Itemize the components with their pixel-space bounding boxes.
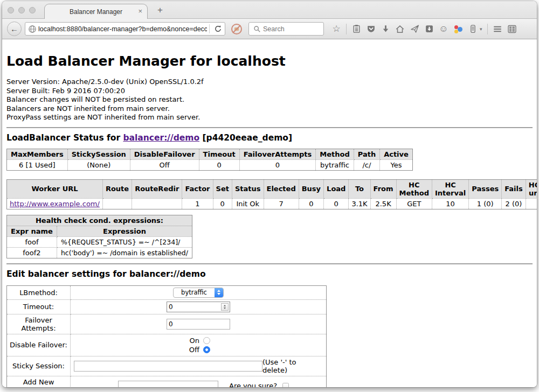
toolbar-divider <box>346 24 347 34</box>
search-bar[interactable] <box>248 22 324 36</box>
site-identity-globe-icon[interactable] <box>27 24 37 34</box>
tab-title: Balancer Manager <box>70 8 122 16</box>
server-version-line: Server Version: Apache/2.5.0-dev (Unix) … <box>6 78 533 87</box>
cell: 2 (0) <box>502 198 526 209</box>
balancer-demo-link[interactable]: balancer://demo <box>123 133 199 143</box>
sticky-session-input[interactable] <box>74 361 262 372</box>
are-you-sure-checkbox[interactable] <box>282 383 289 387</box>
container-battery-icon[interactable] <box>468 24 478 34</box>
cell: 0 <box>324 198 349 209</box>
send-plane-icon[interactable] <box>410 24 419 34</box>
browser-tab[interactable]: Balancer Manager × <box>44 4 148 19</box>
bookmark-star-icon[interactable]: ☆ <box>331 24 341 34</box>
section-divider <box>6 263 533 264</box>
pocket-icon[interactable] <box>366 24 376 34</box>
col-header: Fails <box>502 179 526 198</box>
col-header: Expression <box>57 226 192 236</box>
form-row-sticky-session: Sticky Session: (Use '-' to delete) <box>7 356 327 376</box>
lbmethod-label: LBmethod: <box>7 285 71 299</box>
balancer-settings-form: LBmethod: bytraffic Timeout: <box>6 285 327 387</box>
navigation-toolbar: ← ☆ <box>2 19 537 39</box>
notice-line: Balancer changes will NOT be persisted o… <box>6 95 533 104</box>
cell: 0 <box>239 159 316 170</box>
menu-hamburger-icon[interactable] <box>493 24 502 34</box>
col-header: To <box>349 179 370 198</box>
worker-url-link[interactable]: http://www.example.com/ <box>10 200 100 208</box>
form-row-failover-attempts: Failover Attempts: <box>7 314 327 334</box>
col-header: StickySession <box>67 149 130 159</box>
color-dots-icon[interactable] <box>453 24 463 34</box>
table-title-row: Health check cond. expressions: <box>7 215 192 226</box>
col-header: HC uri <box>526 179 537 198</box>
col-header: MaxMembers <box>7 149 68 159</box>
back-button[interactable]: ← <box>7 22 22 36</box>
form-row-lbmethod: LBmethod: bytraffic <box>7 285 327 299</box>
failover-attempts-input[interactable] <box>167 319 230 330</box>
cell: Yes <box>380 159 413 170</box>
col-header: Timeout <box>199 149 239 159</box>
downloads-icon[interactable] <box>381 24 390 34</box>
col-header: Worker URL <box>7 179 103 198</box>
download-box-icon[interactable] <box>424 24 434 34</box>
cell: /c/ <box>354 159 379 170</box>
reading-list-icon[interactable] <box>351 24 361 34</box>
col-header: Route <box>102 179 132 198</box>
failover-attempts-label: Failover Attempts: <box>7 314 71 334</box>
table-row: http://www.example.com/ 1 0 Init Ok 7 0 … <box>7 198 537 209</box>
cell: 0 <box>199 159 239 170</box>
col-header: DisableFailover <box>130 149 199 159</box>
cell: 3.1K <box>349 198 370 209</box>
table-header-row: MaxMembers StickySession DisableFailover… <box>7 149 413 159</box>
col-header: Set <box>213 179 232 198</box>
col-header: FailoverAttempts <box>239 149 316 159</box>
grid-panel-icon[interactable] <box>507 24 517 34</box>
expr-name-cell: foof2 <box>7 247 57 258</box>
new-tab-button[interactable]: + <box>155 5 165 16</box>
home-icon[interactable] <box>395 24 405 34</box>
plugin-blocked-icon[interactable] <box>231 24 242 34</box>
chat-smiley-icon[interactable]: ☺ <box>439 24 448 34</box>
balancer-status-table: MaxMembers StickySession DisableFailover… <box>6 149 413 171</box>
minimize-window-button[interactable] <box>18 7 25 13</box>
add-worker-label: Add New Worker: <box>7 376 71 387</box>
table-header-row: Expr name Expression <box>7 226 192 236</box>
failover-on-radio[interactable] <box>203 337 210 344</box>
col-header: Elected <box>264 179 299 198</box>
cell: (None) <box>67 159 130 170</box>
search-input[interactable] <box>262 25 320 33</box>
zoom-window-button[interactable] <box>29 7 36 13</box>
expression-cell: hc('body') =~ /domain is established/ <box>57 247 192 258</box>
col-header: Method <box>316 149 354 159</box>
toolbar-icons: ☆ ☺ <box>331 24 517 34</box>
urlbar-divider <box>209 24 210 33</box>
cell <box>102 198 132 209</box>
expr-name-cell: foof <box>7 236 57 247</box>
form-row-add-worker: Add New Worker: Are you sure? <box>7 376 327 387</box>
lbmethod-select[interactable]: bytraffic <box>173 288 224 298</box>
col-header: Active <box>380 149 413 159</box>
cell: 0 <box>213 198 232 209</box>
add-worker-input[interactable] <box>118 381 218 387</box>
window-controls <box>8 7 36 13</box>
failover-off-radio[interactable] <box>203 346 210 353</box>
overflow-caret-icon[interactable]: ▾ <box>480 26 482 32</box>
worker-url-cell: http://www.example.com/ <box>7 198 103 209</box>
table-row: foof %{REQUEST_STATUS} =~ /^[234]/ <box>7 236 192 247</box>
health-check-table: Health check cond. expressions: Expr nam… <box>6 215 192 258</box>
cell: 1 <box>182 198 213 209</box>
col-header: From <box>370 179 396 198</box>
timeout-input[interactable] <box>167 302 220 312</box>
cell: GET <box>396 198 432 209</box>
are-you-sure-label: Are you sure? <box>229 382 277 387</box>
cell: 7 <box>264 198 299 209</box>
cell <box>526 198 537 209</box>
reload-icon[interactable] <box>213 24 223 34</box>
tab-close-icon[interactable]: × <box>138 7 142 16</box>
col-header: Passes <box>469 179 502 198</box>
url-bar[interactable] <box>25 22 225 36</box>
url-input[interactable] <box>37 25 208 33</box>
close-window-button[interactable] <box>8 7 14 13</box>
sticky-session-label: Sticky Session: <box>7 356 71 376</box>
number-stepper-icon[interactable] <box>221 303 229 311</box>
radio-option-on: On <box>73 336 324 345</box>
